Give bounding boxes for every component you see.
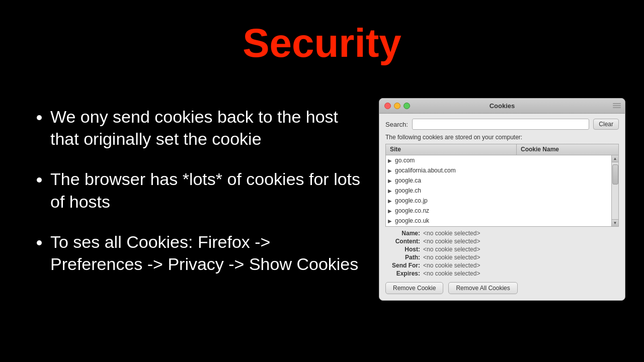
- detail-content-row: Content: <no cookie selected>: [385, 238, 619, 245]
- expand-arrow: ▶: [388, 168, 395, 173]
- send-for-value: <no cookie selected>: [423, 262, 480, 269]
- search-label: Search:: [385, 121, 408, 128]
- column-cookie-name: Cookie Name: [517, 144, 618, 155]
- site-name: go.com: [395, 157, 616, 164]
- name-value: <no cookie selected>: [423, 230, 480, 237]
- titlebar-buttons: [384, 103, 410, 109]
- cookies-dialog: Cookies Search: Clear The following cook…: [379, 98, 625, 301]
- page-title: Security: [0, 0, 644, 66]
- remove-all-cookies-button[interactable]: Remove All Cookies: [448, 282, 517, 294]
- close-button[interactable]: [384, 103, 391, 109]
- detail-path-row: Path: <no cookie selected>: [385, 254, 619, 261]
- bullet-item-2: The browser has *lots* of cookies for lo…: [50, 168, 362, 212]
- minimize-button[interactable]: [394, 103, 400, 109]
- cookie-details: Name: <no cookie selected> Content: <no …: [385, 230, 619, 277]
- info-text: The following cookies are stored on your…: [385, 134, 619, 141]
- dialog-title: Cookies: [490, 102, 515, 110]
- table-row[interactable]: ▶ google.com: [386, 226, 618, 226]
- site-name: google.co.uk: [395, 217, 616, 224]
- detail-name-row: Name: <no cookie selected>: [385, 230, 619, 237]
- site-name: google.co.jp: [395, 197, 616, 204]
- expand-arrow: ▶: [388, 178, 395, 184]
- site-name: gocalifornia.about.com: [395, 167, 616, 174]
- table-header: Site Cookie Name: [386, 144, 618, 155]
- expand-arrow: ▶: [388, 188, 395, 194]
- site-name: google.ca: [395, 177, 616, 184]
- expires-value: <no cookie selected>: [423, 270, 480, 277]
- detail-expires-row: Expires: <no cookie selected>: [385, 270, 619, 277]
- table-row[interactable]: ▶ google.co.nz: [386, 206, 618, 216]
- resize-icon: [613, 103, 621, 109]
- site-name: google.co.nz: [395, 207, 616, 214]
- remove-cookie-button[interactable]: Remove Cookie: [385, 282, 443, 294]
- host-label: Host:: [385, 246, 423, 253]
- table-row[interactable]: ▶ google.co.uk: [386, 216, 618, 226]
- detail-host-row: Host: <no cookie selected>: [385, 246, 619, 253]
- table-row[interactable]: ▶ google.co.jp: [386, 196, 618, 206]
- clear-button[interactable]: Clear: [593, 119, 619, 130]
- table-row[interactable]: ▶ gocalifornia.about.com: [386, 165, 618, 175]
- expand-arrow: ▶: [388, 218, 395, 224]
- table-row[interactable]: ▶ google.ch: [386, 186, 618, 196]
- dialog-buttons: Remove Cookie Remove All Cookies: [385, 282, 619, 294]
- table-row[interactable]: ▶ google.ca: [386, 175, 618, 186]
- bullet-item-1: We ony send cookies back to the host tha…: [50, 106, 362, 150]
- host-value: <no cookie selected>: [423, 246, 480, 253]
- name-label: Name:: [385, 230, 423, 237]
- search-input[interactable]: [412, 119, 590, 130]
- column-site: Site: [386, 144, 517, 155]
- maximize-button[interactable]: [404, 103, 410, 109]
- detail-sendfor-row: Send For: <no cookie selected>: [385, 262, 619, 269]
- dialog-body: Search: Clear The following cookies are …: [379, 114, 625, 300]
- expand-arrow: ▶: [388, 208, 395, 214]
- site-name: google.ch: [395, 187, 616, 194]
- expires-label: Expires:: [385, 270, 423, 277]
- search-row: Search: Clear: [385, 119, 619, 130]
- scrollbar[interactable]: ▲ ▼: [611, 155, 618, 226]
- expand-arrow: ▶: [388, 198, 395, 204]
- dialog-titlebar: Cookies: [379, 99, 625, 114]
- table-row[interactable]: ▶ go.com: [386, 155, 618, 165]
- expand-arrow: ▶: [388, 158, 395, 163]
- path-value: <no cookie selected>: [423, 254, 480, 261]
- content-value: <no cookie selected>: [423, 238, 480, 245]
- path-label: Path:: [385, 254, 423, 261]
- bullet-item-3: To ses all Cookies: Firefox -> Preferenc…: [50, 231, 362, 275]
- scroll-down[interactable]: ▼: [612, 219, 619, 226]
- bullet-list: We ony send cookies back to the host tha…: [30, 106, 362, 293]
- scroll-up[interactable]: ▲: [612, 155, 619, 162]
- send-for-label: Send For:: [385, 262, 423, 269]
- content-label: Content:: [385, 238, 423, 245]
- cookie-table: Site Cookie Name ▶ go.com ▶ gocalifornia…: [385, 144, 619, 227]
- cookie-table-body: ▶ go.com ▶ gocalifornia.about.com ▶ goog…: [386, 155, 618, 226]
- scroll-thumb[interactable]: [612, 164, 618, 185]
